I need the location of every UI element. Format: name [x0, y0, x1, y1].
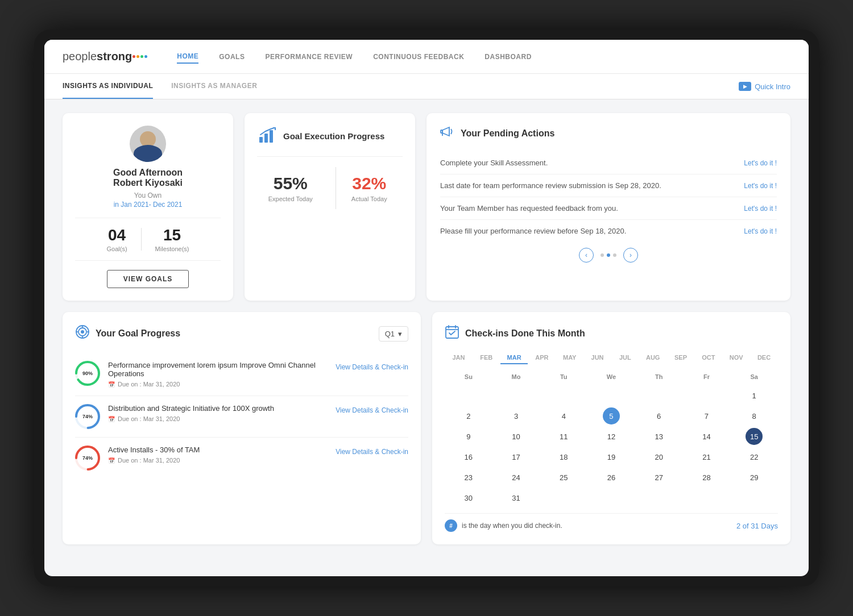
month-may[interactable]: MAY	[556, 352, 583, 364]
month-mar[interactable]: MAR	[500, 352, 528, 364]
cal-week-3: 16171819202122	[445, 447, 778, 467]
goal-name-2: Active Installs - 30% of TAM	[108, 446, 328, 454]
calendar-icon-1: 📅	[108, 416, 115, 422]
day-tu: Tu	[540, 371, 587, 382]
tabs: INSIGHTS AS INDIVIDUAL INSIGHTS AS MANAG…	[63, 74, 257, 99]
greeting-card: Good Afternoon Robert Kiyosaki You Own i…	[63, 113, 233, 301]
view-checkin-1[interactable]: View Details & Check-in	[336, 406, 408, 414]
day-su: Su	[445, 371, 492, 382]
expected-percent: 55%	[274, 174, 308, 193]
cal-cell-0-1	[508, 387, 525, 404]
goal-name-0: Performance improvement lorem ipsum Impr…	[108, 361, 328, 378]
tabs-bar: INSIGHTS AS INDIVIDUAL INSIGHTS AS MANAG…	[44, 74, 809, 99]
view-checkin-2[interactable]: View Details & Check-in	[336, 448, 408, 456]
month-jan[interactable]: JAN	[445, 352, 473, 364]
month-oct[interactable]: OCT	[694, 352, 722, 364]
carousel-next-button[interactable]: ›	[623, 248, 638, 263]
cal-cell-4-0: 23	[460, 469, 477, 486]
nav-continuous-feedback[interactable]: CONTINUOUS FEEDBACK	[373, 51, 464, 63]
lets-do-it-3[interactable]: Let's do it !	[744, 227, 777, 235]
cal-cell-2-5: 14	[698, 428, 715, 445]
cal-cell-4-6: 29	[746, 469, 763, 486]
calendar-icon-0: 📅	[108, 381, 115, 388]
pending-actions-card: Your Pending Actions Complete your Skill…	[426, 113, 790, 301]
greeting-text: Good Afternoon Robert Kiyosaki	[113, 168, 183, 188]
goals-number: 04	[107, 226, 127, 244]
month-jul[interactable]: JUL	[611, 352, 639, 364]
cal-cell-4-3: 26	[603, 469, 620, 486]
actual-stat: 32% Actual Today	[336, 167, 403, 209]
cal-cell-1-1: 3	[508, 407, 525, 424]
logo-people: people	[63, 50, 97, 63]
cal-cell-0-3	[603, 387, 620, 404]
cal-cell-2-1: 10	[508, 428, 525, 445]
pending-text-3: Please fill your performance review befo…	[440, 227, 737, 235]
checkin-header: Check-ins Done This Month	[445, 324, 778, 343]
checkins-card: Check-ins Done This Month JANFEBMARAPRMA…	[432, 312, 790, 544]
milestones-stat: 15 Milestone(s)	[155, 226, 189, 252]
milestones-label: Milestone(s)	[155, 245, 189, 252]
main-content: Good Afternoon Robert Kiyosaki You Own i…	[44, 99, 809, 558]
svg-rect-0	[259, 137, 263, 143]
cal-week-2: 9101112131415	[445, 427, 778, 446]
target-icon	[75, 324, 90, 343]
month-feb[interactable]: FEB	[473, 352, 500, 364]
month-jun[interactable]: JUN	[583, 352, 611, 364]
goal-progress-header: Your Goal Progress Q1 ▾	[75, 324, 408, 343]
cal-cell-2-3: 12	[603, 428, 620, 445]
month-nov[interactable]: NOV	[722, 352, 750, 364]
pending-items-list: Complete your Skill Assessment. Let's do…	[440, 152, 777, 242]
day-th: Th	[635, 371, 683, 382]
lets-do-it-0[interactable]: Let's do it !	[744, 159, 777, 167]
goal-info-0: Performance improvement lorem ipsum Impr…	[108, 361, 328, 388]
stats-row: 04 Goal(s) 15 Milestone(s)	[75, 218, 221, 261]
month-apr[interactable]: APR	[528, 352, 556, 364]
nav-home[interactable]: HOME	[177, 50, 198, 64]
megaphone-icon	[440, 124, 455, 143]
goal-exec-stats: 55% Expected Today 32% Actual Today	[257, 156, 403, 209]
view-checkin-0[interactable]: View Details & Check-in	[336, 363, 408, 371]
carousel-dot-3	[613, 253, 616, 257]
checkin-title: Check-ins Done This Month	[465, 328, 585, 339]
bottom-row: Your Goal Progress Q1 ▾ 90%	[63, 312, 790, 544]
calendar-legend: # is the day when you did check-in.	[445, 519, 562, 532]
ring-label-0: 90%	[82, 371, 93, 376]
month-aug[interactable]: AUG	[639, 352, 667, 364]
nav-performance-review[interactable]: PERFORMANCE REVIEW	[265, 51, 353, 63]
nav-goals[interactable]: GOALS	[219, 51, 245, 63]
cal-cell-0-5	[698, 387, 715, 404]
carousel-dot-1	[601, 253, 604, 257]
carousel-prev-button[interactable]: ‹	[579, 248, 594, 263]
tab-insights-manager[interactable]: INSIGHTS AS MANAGER	[171, 74, 257, 99]
milestones-number: 15	[155, 226, 189, 244]
lets-do-it-1[interactable]: Let's do it !	[744, 182, 777, 190]
nav-dashboard[interactable]: DASHBOARD	[485, 51, 532, 63]
view-goals-button[interactable]: VIEW GOALS	[107, 270, 189, 288]
day-sa: Sa	[730, 371, 778, 382]
progress-ring-2: 74%	[75, 446, 100, 471]
calendar-footer: # is the day when you did check-in. 2 of…	[445, 513, 778, 532]
cal-cell-2-4: 13	[651, 428, 668, 445]
goal-exec-icon	[257, 126, 278, 146]
pending-item-0: Complete your Skill Assessment. Let's do…	[440, 152, 777, 174]
cal-cell-0-0	[460, 387, 477, 404]
cal-cell-2-2: 11	[555, 428, 572, 445]
quarter-select[interactable]: Q1 ▾	[379, 326, 408, 342]
carousel-dot-2	[607, 253, 610, 257]
cal-cell-3-3: 19	[603, 448, 620, 465]
cal-cell-5-3	[603, 489, 620, 506]
goals-stat: 04 Goal(s)	[107, 226, 127, 252]
lets-do-it-2[interactable]: Let's do it !	[744, 205, 777, 213]
quick-intro-button[interactable]: ▶ Quick Intro	[739, 82, 790, 91]
month-dec[interactable]: DEC	[750, 352, 778, 364]
goal-item-1: 74% Distribution and Strategic Initiativ…	[75, 396, 408, 438]
ring-label-2: 74%	[82, 455, 93, 461]
month-sep[interactable]: SEP	[667, 352, 695, 364]
tab-insights-individual[interactable]: INSIGHTS AS INDIVIDUAL	[63, 74, 153, 99]
pending-title: Your Pending Actions	[461, 128, 554, 139]
goal-progress-title: Your Goal Progress	[96, 328, 180, 339]
cal-cell-1-4: 6	[651, 407, 668, 424]
pending-item-2: Your Team Member has requested feedback …	[440, 197, 777, 220]
cal-week-5: 3031	[445, 488, 778, 507]
cal-cell-4-2: 25	[555, 469, 572, 486]
